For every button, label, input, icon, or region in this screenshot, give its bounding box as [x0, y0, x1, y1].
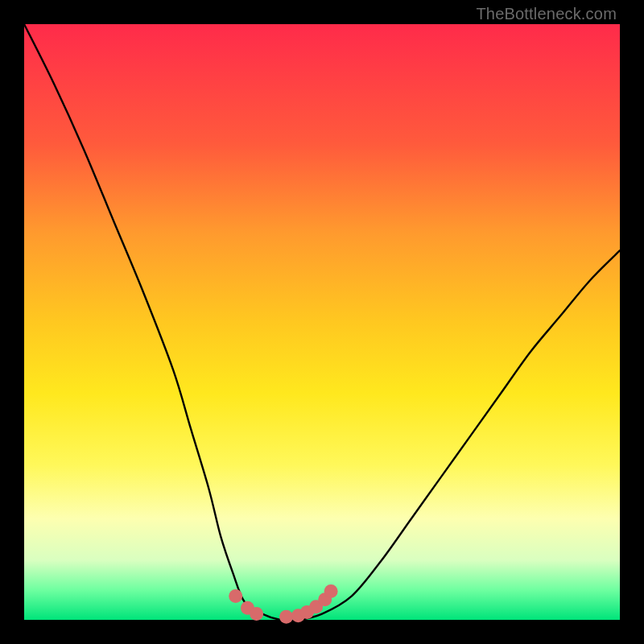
- bottleneck-curve-line: [24, 24, 620, 621]
- minimum-region-dots: [229, 584, 337, 624]
- highlight-dot: [279, 610, 293, 624]
- highlight-dot: [250, 607, 263, 621]
- chart-frame: TheBottleneck.com: [0, 0, 644, 644]
- curve-svg: [0, 0, 644, 644]
- highlight-dot: [324, 584, 338, 598]
- highlight-dot: [229, 589, 242, 603]
